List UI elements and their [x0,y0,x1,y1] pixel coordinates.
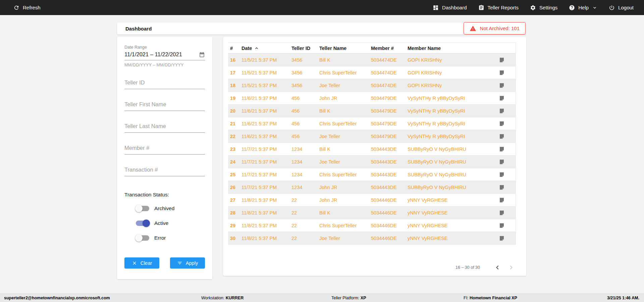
help-icon [569,5,575,11]
table-row[interactable]: 2811/8/21 5:37 PM22Bill K5034446DEyNNY V… [228,206,516,219]
note-icon[interactable] [499,146,505,152]
note-icon[interactable] [499,172,505,178]
table-row[interactable]: 1911/6/21 5:37 PM456John JR5034479DEVySy… [228,92,516,105]
active-toggle[interactable] [136,221,149,226]
cell-num: 25 [230,172,241,177]
page-title: Dashboard [125,26,152,32]
archived-toggle-label: Archived [154,205,174,212]
note-icon[interactable] [499,108,505,114]
note-icon[interactable] [499,121,505,127]
table-row[interactable]: 2711/8/21 5:37 PM22John JR5034446DEyNNY … [228,194,516,206]
note-icon[interactable] [499,133,505,139]
note-icon[interactable] [499,70,505,76]
cell-member-name: VySyNTHy R yBByDySyRI [408,121,499,126]
column-header-member-num[interactable]: Member # [371,46,408,51]
teller-first-name-input[interactable] [124,100,205,111]
not-archived-badge[interactable]: Not Archived: 101 [464,22,526,35]
table-row[interactable]: 2411/7/21 5:37 PM1234Joe Teller5034443DE… [228,156,516,168]
cell-num: 17 [230,70,241,75]
financial-institution-status: FI: Hometown Financial XP [464,294,517,302]
cell-teller-id: 22 [291,236,319,241]
column-header-teller-name[interactable]: Teller Name [319,46,371,51]
cell-date: 11/8/21 5:37 PM [241,236,291,241]
workstation-label: Workstation: [201,296,224,300]
nav-item-dashboard[interactable]: Dashboard [433,5,467,11]
nav-item-settings[interactable]: Settings [530,5,557,11]
cell-member-num: 5034443DE [371,146,408,152]
date-range-field[interactable]: 11/1/2021 – 11/22/2021 [124,51,205,60]
warning-icon [470,25,476,32]
cell-teller-name: Bill K [319,108,371,114]
filter-icon [177,260,182,266]
teller-platform-label: Teller Platform: [331,296,359,300]
note-icon[interactable] [499,95,505,101]
column-header-date[interactable]: Date [241,46,291,51]
archived-toggle[interactable] [136,206,149,211]
cell-teller-id: 3456 [291,70,319,75]
teller-last-name-input[interactable] [124,122,205,133]
logged-in-user: superteller2@hometownfinancialxp.onmicro… [4,294,110,302]
column-header-num[interactable]: # [230,46,241,51]
table-row[interactable]: 1711/5/21 5:37 PM3456Chris SuperTeller50… [228,66,516,79]
cell-teller-id: 1234 [291,159,319,165]
cell-teller-name: Bill K [319,210,371,216]
cell-date: 11/8/21 5:37 PM [241,210,291,216]
table-row[interactable]: 2511/7/21 5:37 PM1234Chris SuperTeller50… [228,168,516,181]
nav-item-help[interactable]: Help [569,5,597,11]
cell-date: 11/5/21 5:37 PM [241,70,291,75]
previous-page-button[interactable] [493,263,501,271]
column-header-member-name[interactable]: Member Name [408,46,499,51]
note-icon[interactable] [499,197,505,203]
note-icon[interactable] [499,223,505,229]
table-row[interactable]: 3011/8/21 5:37 PM22Joe Teller5034446DEyN… [228,232,516,245]
teller-last-name-field-wrap [124,122,205,133]
cell-member-num: 5034479DE [371,96,408,101]
table-row[interactable]: 2611/7/21 5:37 PM1234John JR5034443DESUB… [228,181,516,194]
apply-button[interactable]: Apply [170,257,205,268]
nav-item-logout[interactable]: Logout [609,5,634,11]
column-header-member-num-label: Member # [371,46,394,51]
cell-member-name: yNNY VyRGHESE [408,236,499,241]
cell-teller-id: 1234 [291,146,319,152]
cell-teller-name: Chris SuperTeller [319,172,371,177]
cell-date: 11/5/21 5:37 PM [241,57,291,63]
table-row[interactable]: 2311/7/21 5:37 PM1234Bill K5034443DESUBB… [228,143,516,156]
note-icon[interactable] [499,82,505,88]
cell-teller-id: 456 [291,134,319,139]
note-icon[interactable] [499,57,505,63]
cell-num: 20 [230,108,241,114]
dashboard-icon [433,5,439,11]
cell-teller-name: Joe Teller [319,83,371,88]
cell-member-name: VySyNTHy R yBByDySyRI [408,96,499,101]
table-row[interactable]: 1611/5/21 5:37 PM3456Bill K5034474DEGOPI… [228,54,516,66]
teller-id-input[interactable] [124,78,205,89]
cell-member-name: GOPI KRISHNy [408,70,499,75]
sort-ascending-icon [254,46,259,51]
clear-button-label: Clear [141,260,152,266]
refresh-button[interactable]: Refresh [13,5,41,11]
table-row[interactable]: 2911/8/21 5:37 PM22Chris SuperTeller5034… [228,219,516,232]
note-icon[interactable] [499,159,505,165]
table-body: 1611/5/21 5:37 PM3456Bill K5034474DEGOPI… [228,54,516,245]
note-icon[interactable] [499,210,505,216]
note-icon[interactable] [499,235,505,241]
note-icon[interactable] [499,184,505,190]
clear-button[interactable]: Clear [124,257,159,268]
calendar-icon[interactable] [199,52,205,58]
table-row[interactable]: 2111/6/21 5:37 PM456Chris SuperTeller503… [228,117,516,130]
transaction-number-input[interactable] [124,165,205,176]
cell-teller-name: Chris SuperTeller [319,121,371,126]
cell-member-num: 5034479DE [371,108,408,114]
error-toggle[interactable] [136,235,149,241]
next-page-button[interactable] [507,263,515,271]
dashboard-header-card: Dashboard Not Archived: 101 [117,22,526,35]
table-row[interactable]: 2011/6/21 5:37 PM456Bill K5034479DEVySyN… [228,105,516,117]
teller-id-field-wrap [124,78,205,89]
cell-member-num: 5034446DE [371,236,408,241]
cell-teller-id: 22 [291,197,319,203]
table-row[interactable]: 2211/6/21 5:37 PM456Joe Teller5034479DEV… [228,130,516,143]
member-number-input[interactable] [124,143,205,155]
nav-item-teller-reports[interactable]: Teller Reports [478,5,519,11]
column-header-teller-id[interactable]: Teller ID [291,46,319,51]
table-row[interactable]: 1811/5/21 5:37 PM3456Joe Teller5034474DE… [228,79,516,92]
